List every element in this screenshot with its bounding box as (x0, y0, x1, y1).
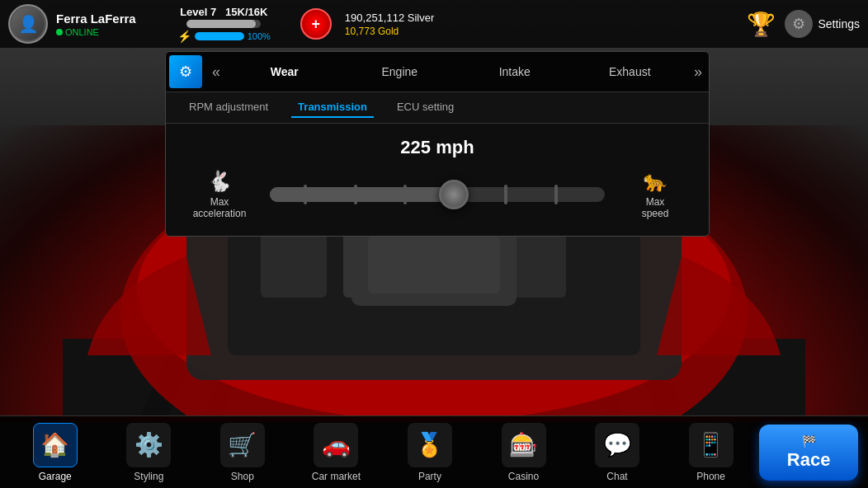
sub-tab-ecu[interactable]: ECU setting (390, 97, 460, 118)
sub-tab-row: RPM adjustment Transmission ECU setting (166, 92, 709, 124)
styling-label: Styling (134, 471, 163, 482)
max-speed-label: 🐆 Maxspeed (618, 170, 692, 219)
nav-chat[interactable]: 💬 Chat (572, 423, 663, 482)
level-text: Level 7 15K/16K (180, 6, 267, 18)
race-trophy-icon: 🏁 (802, 434, 816, 448)
svg-rect-17 (368, 236, 500, 293)
shop-icon: 🛒 (220, 423, 265, 467)
transmission-content: 225 mph 🐇 Maxacceleration (166, 124, 709, 236)
slider-fill (270, 187, 454, 202)
acceleration-text: Maxacceleration (193, 196, 247, 219)
avatar: 👤 (8, 4, 48, 44)
styling-icon: ⚙️ (126, 423, 171, 467)
currency-block: 190,251,112 Silver 10,773 Gold (345, 12, 434, 37)
gear-icon: ⚙ (785, 10, 813, 38)
arrow-left-icon[interactable]: « (205, 63, 227, 81)
party-icon: 🏅 (408, 423, 452, 467)
sub-tab-transmission[interactable]: Transmission (291, 97, 374, 118)
online-dot (56, 29, 63, 35)
bottom-nav: 🏠 Garage ⚙️ Styling 🛒 Shop 🚗 Car market … (0, 415, 868, 488)
nav-car-market[interactable]: 🚗 Car market (290, 423, 381, 482)
chat-label: Chat (606, 471, 627, 482)
nav-shop[interactable]: 🛒 Shop (197, 423, 288, 482)
nav-phone[interactable]: 📱 Phone (666, 423, 757, 482)
slider-thumb[interactable] (439, 180, 469, 209)
health-icon: + (300, 8, 332, 40)
slider-track (270, 187, 605, 202)
energy-row: ⚡ 100% (177, 30, 271, 43)
casino-label: Casino (508, 471, 539, 482)
xp-bar-background (186, 20, 261, 28)
shop-label: Shop (231, 471, 254, 482)
tab-engine[interactable]: Engine (342, 55, 458, 88)
energy-bar-background (195, 32, 244, 40)
player-info: Ferra LaFerra ONLINE (56, 12, 136, 37)
transmission-slider-container[interactable] (270, 178, 605, 211)
trophy-icon[interactable]: 🏆 (745, 8, 776, 40)
header-bar: 👤 Ferra LaFerra ONLINE Level 7 15K/16K ⚡… (0, 0, 868, 48)
tab-intake[interactable]: Intake (457, 55, 573, 88)
nav-party[interactable]: 🏅 Party (384, 423, 475, 482)
settings-button[interactable]: ⚙ Settings (785, 10, 860, 38)
phone-icon: 📱 (689, 423, 734, 467)
gold-amount: 10,773 Gold (345, 26, 434, 37)
nav-casino[interactable]: 🎰 Casino (479, 423, 569, 482)
speed-display: 225 mph (182, 137, 692, 158)
rabbit-icon: 🐇 (207, 170, 232, 193)
silver-amount: 190,251,112 Silver (345, 12, 434, 24)
online-status: ONLINE (56, 27, 136, 37)
car-market-icon: 🚗 (314, 423, 358, 467)
garage-label: Garage (39, 471, 72, 482)
max-acceleration-label: 🐇 Maxacceleration (182, 170, 257, 219)
sub-tab-rpm[interactable]: RPM adjustment (182, 97, 275, 118)
slider-row: 🐇 Maxacceleration 🐆 (182, 170, 692, 219)
casino-icon: 🎰 (502, 423, 546, 467)
avatar-image: 👤 (12, 7, 45, 40)
nav-styling[interactable]: ⚙️ Styling (103, 423, 194, 482)
party-label: Party (418, 471, 441, 482)
gear-tab-icon[interactable]: ⚙ (169, 55, 202, 88)
speed-text: Maxspeed (642, 196, 669, 219)
energy-percent: 100% (248, 31, 271, 41)
car-market-label: Car market (312, 471, 361, 482)
race-button[interactable]: 🏁 Race (759, 425, 858, 481)
race-label: Race (787, 449, 831, 471)
tab-exhaust[interactable]: Exhaust (573, 55, 688, 88)
tab-wear[interactable]: Wear (227, 55, 342, 88)
lightning-icon: ⚡ (177, 30, 191, 43)
slider-notch (504, 185, 507, 204)
energy-bar-fill (195, 32, 244, 40)
player-name: Ferra LaFerra (56, 12, 136, 26)
xp-bar-fill (186, 20, 256, 28)
chat-icon: 💬 (595, 423, 639, 467)
arrow-right-icon[interactable]: » (687, 63, 709, 81)
settings-label: Settings (818, 17, 860, 30)
phone-label: Phone (696, 471, 725, 482)
tuning-panel: ⚙ « Wear Engine Intake Exhaust » RPM adj… (165, 51, 710, 237)
online-label: ONLINE (65, 27, 99, 37)
panel-tab-row: ⚙ « Wear Engine Intake Exhaust » (166, 52, 709, 92)
slider-notch (554, 185, 558, 204)
level-block: Level 7 15K/16K ⚡ 100% (177, 6, 271, 43)
nav-garage[interactable]: 🏠 Garage (10, 423, 101, 482)
garage-icon: 🏠 (33, 423, 78, 467)
cheetah-icon: 🐆 (643, 170, 668, 193)
